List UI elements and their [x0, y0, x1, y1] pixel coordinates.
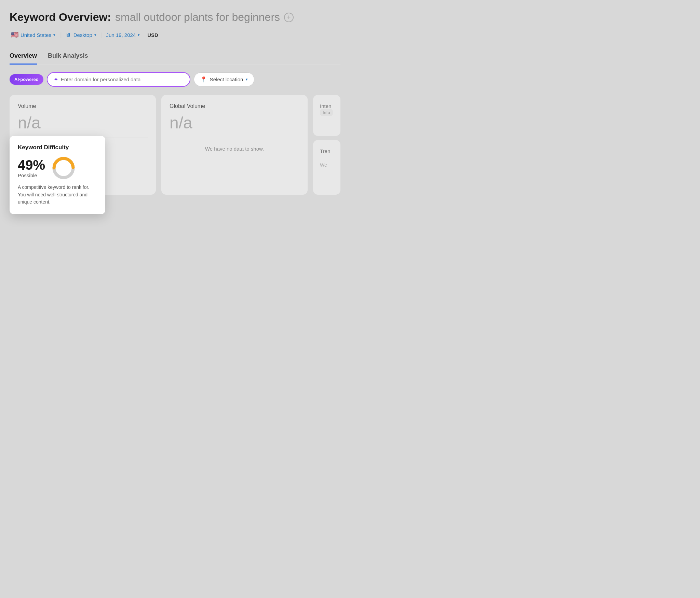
page-title: Keyword Overview: small outdoor plants f…: [10, 11, 340, 24]
tab-bulk-analysis[interactable]: Bulk Analysis: [48, 50, 88, 65]
global-volume-title: Global Volume: [170, 103, 299, 109]
ai-domain-input[interactable]: [61, 77, 184, 82]
volume-card: Volume n/a Keyword Difficulty 49% Possib…: [10, 95, 156, 195]
date-chevron-icon: ▾: [138, 33, 140, 37]
tabs: Overview Bulk Analysis: [10, 50, 340, 65]
device-label: Desktop: [73, 32, 92, 38]
info-badge: Info: [320, 109, 333, 116]
country-filter[interactable]: 🇺🇸 United States ▾: [10, 30, 58, 40]
tab-overview[interactable]: Overview: [10, 50, 37, 65]
kd-label: Possible: [18, 172, 45, 178]
location-pin-icon: 📍: [200, 76, 207, 83]
cards-grid: Volume n/a Keyword Difficulty 49% Possib…: [10, 95, 340, 195]
location-chevron-icon: ▾: [246, 77, 248, 82]
currency-label: USD: [147, 32, 158, 38]
country-chevron-icon: ▾: [53, 33, 55, 37]
date-filter[interactable]: Jun 19, 2024 ▾: [105, 31, 143, 39]
location-label: Select location: [210, 77, 243, 82]
ai-powered-badge: AI-powered: [10, 74, 43, 85]
filter-separator-1: |: [60, 31, 62, 39]
volume-card-value: n/a: [18, 113, 148, 132]
sparkle-icon: ✦: [54, 76, 58, 83]
kd-description: A competitive keyword to rank for. You w…: [18, 184, 97, 206]
date-label: Jun 19, 2024: [106, 32, 136, 38]
add-keyword-icon[interactable]: +: [284, 13, 294, 22]
device-chevron-icon: ▾: [94, 33, 96, 37]
intent-card-title: Inten: [320, 103, 334, 109]
ai-bar: AI-powered ✦ 📍 Select location ▾: [10, 72, 340, 87]
global-volume-card: Global Volume n/a We have no data to sho…: [161, 95, 308, 195]
ai-domain-input-wrapper[interactable]: ✦: [47, 72, 190, 87]
trend-partial-text: We: [320, 162, 334, 168]
trend-card-title: Tren: [320, 148, 334, 154]
global-volume-value: n/a: [170, 113, 299, 132]
intent-card-partial: Inten Info: [313, 95, 340, 136]
filter-bar: 🇺🇸 United States ▾ | 🖥 Desktop ▾ | Jun 1…: [10, 30, 340, 40]
svg-point-2: [57, 161, 70, 175]
device-icon: 🖥: [65, 32, 71, 38]
no-data-text: We have no data to show.: [170, 146, 299, 152]
donut-svg: [51, 156, 76, 180]
filter-separator-2: |: [101, 31, 103, 39]
device-filter[interactable]: 🖥 Desktop ▾: [64, 30, 99, 39]
trend-card-partial: Tren We: [313, 140, 340, 195]
kd-percent: 49%: [18, 158, 45, 172]
select-location-button[interactable]: 📍 Select location ▾: [194, 72, 255, 86]
kd-donut-chart: [51, 156, 76, 180]
keyword-text: small outdoor plants for beginners: [115, 11, 280, 24]
volume-card-title: Volume: [18, 103, 148, 109]
partial-cards-col: Inten Info Tren We: [313, 95, 340, 195]
title-prefix: Keyword Overview:: [10, 11, 111, 24]
kd-score-row: 49% Possible: [18, 156, 97, 180]
kd-popup: Keyword Difficulty 49% Possible: [10, 136, 105, 214]
country-label: United States: [21, 32, 51, 38]
country-flag: 🇺🇸: [11, 31, 18, 39]
kd-popup-title: Keyword Difficulty: [18, 144, 97, 151]
kd-score-text: 49% Possible: [18, 158, 45, 178]
